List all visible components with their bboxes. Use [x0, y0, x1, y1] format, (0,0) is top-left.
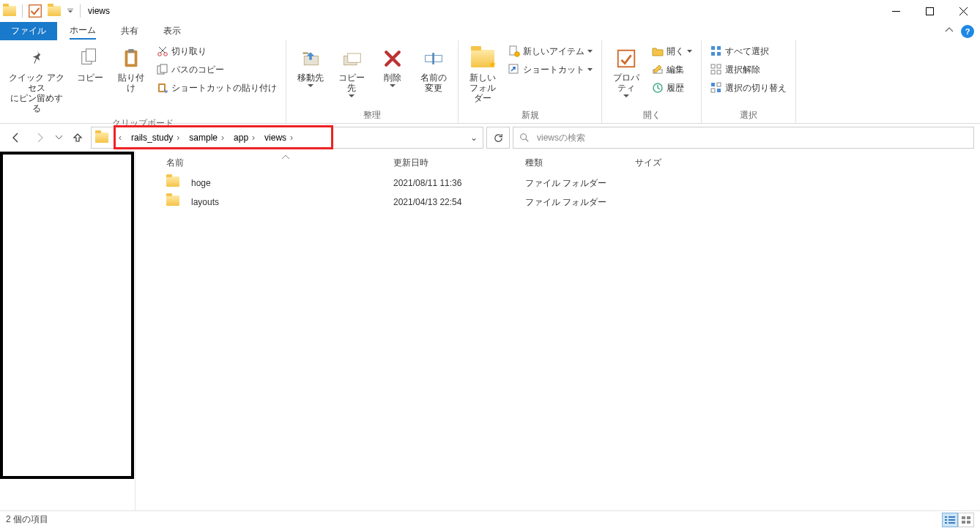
ribbon: クイック アクセス にピン留めする コピー 貼り付け 切り取り パスのコピー — [0, 40, 980, 124]
status-bar: 2 個の項目 — [0, 510, 980, 528]
svg-rect-12 — [160, 64, 167, 72]
breadcrumb-segment[interactable]: app› — [231, 127, 261, 148]
up-button[interactable] — [67, 127, 88, 148]
maximize-button[interactable] — [913, 0, 946, 22]
properties-icon — [614, 46, 639, 71]
delete-button[interactable]: 削除 — [374, 43, 411, 90]
column-date[interactable]: 更新日時 — [387, 157, 519, 169]
breadcrumb-segment[interactable]: rails_study› — [128, 127, 186, 148]
svg-rect-0 — [29, 5, 42, 18]
copy-icon — [78, 46, 103, 71]
pin-quick-access-button[interactable]: クイック アクセス にピン留めする — [6, 43, 67, 116]
refresh-button[interactable] — [486, 127, 510, 149]
close-button[interactable] — [946, 0, 980, 22]
column-type[interactable]: 種類 — [519, 157, 629, 169]
navigation-pane[interactable] — [0, 152, 136, 510]
search-box[interactable]: viewsの検索 — [513, 127, 974, 149]
history-icon — [652, 82, 664, 94]
properties-button[interactable]: プロパティ — [608, 43, 645, 100]
edit-icon — [652, 64, 664, 75]
breadcrumb-segment[interactable]: sample› — [186, 127, 231, 148]
svg-rect-28 — [711, 52, 715, 56]
back-button[interactable] — [6, 127, 26, 148]
svg-rect-36 — [711, 89, 715, 92]
svg-rect-44 — [949, 522, 955, 524]
paste-shortcut-button[interactable]: ショートカットの貼り付け — [154, 80, 280, 96]
delete-icon — [380, 46, 405, 71]
title-bar: views — [0, 0, 980, 22]
svg-point-21 — [515, 52, 520, 57]
app-folder-icon — [1, 3, 18, 19]
pin-icon — [24, 46, 49, 71]
ribbon-collapse-icon[interactable] — [945, 26, 954, 37]
tab-file[interactable]: ファイル — [0, 22, 57, 40]
content-area: 名前 更新日時 種類 サイズ hoge2021/08/11 11:36ファイル … — [0, 152, 980, 510]
tab-share[interactable]: 共有 — [108, 22, 151, 40]
qat-newfolder-icon[interactable] — [46, 3, 62, 19]
annotation-redaction-box — [0, 152, 134, 479]
file-row[interactable]: layouts2021/04/13 22:54ファイル フォルダー — [136, 193, 980, 212]
paste-shortcut-icon — [157, 82, 168, 94]
open-button[interactable]: 開く — [649, 43, 695, 59]
svg-rect-2 — [892, 11, 900, 12]
select-none-button[interactable]: 選択解除 — [708, 62, 790, 78]
svg-rect-23 — [618, 51, 635, 67]
address-dropdown-icon[interactable]: ⌄ — [465, 133, 483, 143]
select-all-icon — [710, 45, 722, 57]
svg-rect-39 — [945, 516, 947, 518]
paste-button[interactable]: 貼り付け — [113, 43, 149, 96]
column-size[interactable]: サイズ — [629, 157, 695, 169]
copy-button[interactable]: コピー — [72, 43, 108, 86]
ribbon-group-clipboard: クイック アクセス にピン留めする コピー 貼り付け 切り取り パスのコピー — [0, 40, 286, 123]
minimize-button[interactable] — [879, 0, 913, 22]
scissors-icon — [157, 45, 168, 57]
new-shortcut-button[interactable]: ショートカット — [505, 62, 595, 78]
view-large-icons-button[interactable] — [958, 513, 974, 527]
breadcrumb-segment[interactable]: views› — [261, 127, 300, 148]
new-item-button[interactable]: 新しいアイテム — [505, 43, 595, 59]
tab-view[interactable]: 表示 — [151, 22, 193, 40]
ribbon-group-open: プロパティ 開く 編集 履歴 開く — [602, 40, 702, 123]
copyto-icon — [339, 46, 364, 71]
paste-icon — [119, 46, 144, 71]
qat-properties-icon[interactable] — [27, 3, 43, 19]
address-bar-row: ‹ rails_study›sample›app›views› ⌄ viewsの… — [0, 124, 980, 152]
cut-button[interactable]: 切り取り — [154, 43, 280, 59]
svg-rect-47 — [962, 521, 965, 524]
select-none-icon — [710, 64, 722, 75]
svg-rect-45 — [962, 516, 965, 519]
rename-button[interactable]: 名前の 変更 — [415, 43, 452, 96]
forward-button[interactable] — [29, 127, 50, 148]
recent-locations-button[interactable] — [53, 127, 64, 148]
copy-path-button[interactable]: パスのコピー — [154, 62, 280, 78]
edit-button[interactable]: 編集 — [649, 62, 695, 78]
copy-path-icon — [157, 64, 168, 75]
invert-selection-icon — [710, 82, 722, 94]
select-all-button[interactable]: すべて選択 — [708, 43, 790, 59]
view-details-button[interactable] — [942, 513, 958, 527]
svg-rect-48 — [967, 521, 970, 524]
svg-rect-37 — [717, 89, 721, 92]
folder-star-icon — [470, 46, 495, 71]
ribbon-group-new: 新しい フォルダー 新しいアイテム ショートカット 新規 — [459, 40, 602, 123]
status-item-count: 2 個の項目 — [6, 513, 48, 526]
rename-icon — [421, 46, 446, 71]
copy-to-button[interactable]: コピー先 — [333, 43, 370, 100]
help-icon[interactable]: ? — [961, 25, 974, 38]
qat-dropdown-icon[interactable] — [65, 3, 75, 19]
svg-rect-26 — [711, 46, 715, 50]
window-title: views — [88, 6, 110, 16]
tab-home[interactable]: ホーム — [57, 22, 108, 40]
history-button[interactable]: 履歴 — [649, 80, 695, 96]
shortcut-icon — [508, 64, 520, 75]
svg-rect-31 — [717, 64, 721, 68]
file-row[interactable]: hoge2021/08/11 11:36ファイル フォルダー — [136, 174, 980, 193]
svg-rect-27 — [717, 46, 721, 50]
move-to-button[interactable]: 移動先 — [292, 43, 329, 90]
invert-selection-button[interactable]: 選択の切り替え — [708, 80, 790, 96]
address-bar[interactable]: ‹ rails_study›sample›app›views› ⌄ — [91, 127, 483, 149]
ribbon-tabs: ファイル ホーム 共有 表示 ? — [0, 22, 980, 40]
new-folder-button[interactable]: 新しい フォルダー — [464, 43, 501, 106]
column-name[interactable]: 名前 — [160, 157, 387, 169]
group-label-new: 新規 — [464, 108, 595, 122]
